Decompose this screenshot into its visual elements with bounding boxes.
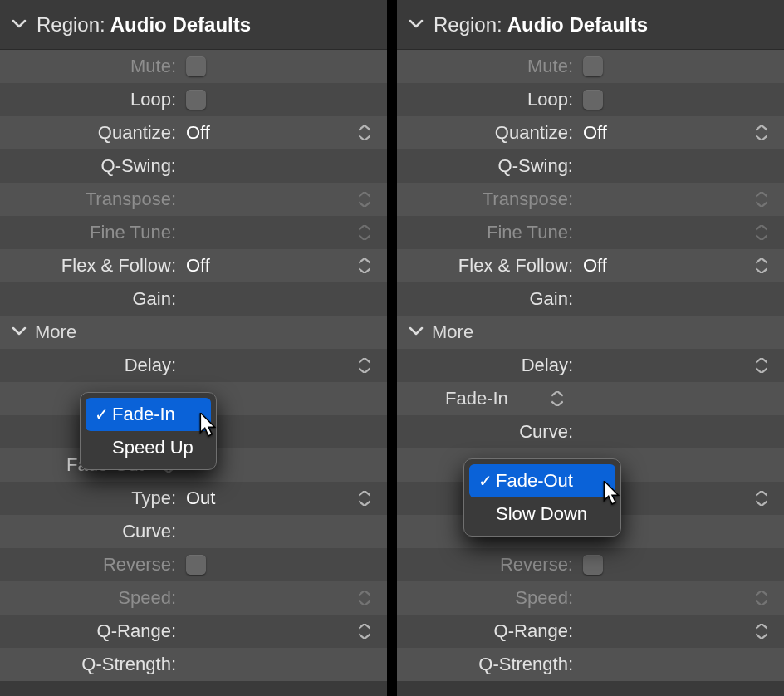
row-speed: Speed: [397,581,784,615]
row-qswing: Q-Swing: [0,149,387,183]
stepper-icon [359,191,370,208]
stepper-icon[interactable] [359,357,370,374]
label-finetune: Fine Tune: [397,222,580,243]
row-qstrength: Q-Strength: [397,648,784,681]
label-loop: Loop: [397,89,580,110]
label-flexfollow: Flex & Follow: [0,255,183,277]
row-quantize: Quantize: Off [397,116,784,149]
row-mute: Mute: [397,50,784,83]
region-header[interactable]: Region: Audio Defaults [0,0,387,50]
check-icon: ✓ [92,404,110,424]
row-mute: Mute: [0,50,387,83]
row-qstrength: Q-Strength: [0,648,387,681]
chevron-down-icon[interactable] [12,17,27,32]
type-text: Out [186,488,215,509]
row-reverse: Reverse: [397,548,784,581]
popup-item-label: Slow Down [496,503,587,525]
label-transpose: Transpose: [0,189,183,210]
row-flexfollow: Flex & Follow: Off [397,249,784,282]
mute-checkbox[interactable] [186,56,206,76]
row-gain: Gain: [397,282,784,316]
more-label: More [432,321,473,343]
popup-item-fadein[interactable]: ✓ Fade-In [86,398,211,431]
region-label: Region: [37,13,105,37]
chevron-down-icon[interactable] [409,17,424,32]
row-reverse: Reverse: [0,548,387,581]
chevron-down-icon[interactable] [409,325,424,340]
label-loop: Loop: [0,89,183,110]
stepper-icon[interactable] [756,125,767,141]
stepper-icon[interactable] [756,490,767,507]
quantize-text: Off [583,122,607,144]
row-delay: Delay: [0,349,387,382]
loop-checkbox[interactable] [186,90,206,110]
label-gain: Gain: [397,288,580,310]
more-section[interactable]: More [0,316,387,349]
row-delay: Delay: [397,349,784,382]
popup-item-label: Fade-Out [496,470,573,492]
mute-checkbox[interactable] [583,56,603,76]
row-fadein: Fade-In [397,382,784,415]
popup-item-speedup[interactable]: Speed Up [86,431,211,464]
region-label: Region: [434,13,502,37]
label-reverse: Reverse: [0,554,183,576]
type-value[interactable]: Out [183,488,375,509]
quantize-value[interactable]: Off [183,122,375,144]
fadein-popup[interactable]: ✓ Fade-In Speed Up [80,392,217,470]
popup-item-label: Speed Up [112,437,194,458]
row-curve: Curve: [0,515,387,548]
label-finetune: Fine Tune: [0,222,183,243]
region-value: Audio Defaults [110,13,251,37]
inspector-panel-left: Region: Audio Defaults Mute: Loop: Quant… [0,0,387,696]
row-finetune: Fine Tune: [0,216,387,249]
stepper-icon [756,224,767,241]
label-qrange: Q-Range: [397,620,580,642]
chevron-down-icon[interactable] [12,325,27,340]
label-mute: Mute: [0,56,183,77]
stepper-icon[interactable] [359,623,370,640]
label-qswing: Q-Swing: [0,155,183,177]
quantize-value[interactable]: Off [580,122,772,144]
label-mute: Mute: [397,56,580,77]
quantize-text: Off [186,122,210,144]
label-curve: Curve: [0,521,183,542]
row-qrange: Q-Range: [0,615,387,648]
stepper-icon[interactable] [756,357,767,374]
stepper-icon [756,191,767,208]
label-reverse: Reverse: [397,554,580,576]
label-gain: Gain: [0,288,183,310]
stepper-icon[interactable] [551,390,563,407]
row-loop: Loop: [0,83,387,116]
reverse-checkbox[interactable] [186,555,206,575]
row-quantize: Quantize: Off [0,116,387,149]
more-section[interactable]: More [397,316,784,349]
label-delay: Delay: [0,355,183,376]
stepper-icon[interactable] [359,490,370,507]
stepper-icon[interactable] [756,623,767,640]
flexfollow-value[interactable]: Off [183,255,375,277]
stepper-icon[interactable] [359,257,370,274]
row-transpose: Transpose: [397,183,784,216]
label-type: Type: [0,488,183,509]
row-type: Type: Out [0,482,387,515]
stepper-icon[interactable] [756,257,767,274]
flexfollow-value[interactable]: Off [580,255,772,277]
label-quantize: Quantize: [397,122,580,144]
row-speed: Speed: [0,581,387,615]
label-speed: Speed: [397,587,580,609]
label-qstrength: Q-Strength: [397,654,580,675]
stepper-icon[interactable] [359,125,370,141]
region-header[interactable]: Region: Audio Defaults [397,0,784,50]
loop-checkbox[interactable] [583,90,603,110]
check-icon: ✓ [476,471,494,491]
inspector-panel-right: Region: Audio Defaults Mute: Loop: Quant… [397,0,784,696]
row-curve: Curve: [397,415,784,448]
popup-item-fadeout[interactable]: ✓ Fade-Out [469,464,615,497]
fadeout-popup[interactable]: ✓ Fade-Out Slow Down [463,458,621,537]
stepper-icon [359,224,370,241]
label-qswing: Q-Swing: [397,155,580,177]
reverse-checkbox[interactable] [583,555,603,575]
popup-item-slowdown[interactable]: Slow Down [469,497,615,531]
popup-item-label: Fade-In [112,404,175,425]
label-transpose: Transpose: [397,189,580,210]
